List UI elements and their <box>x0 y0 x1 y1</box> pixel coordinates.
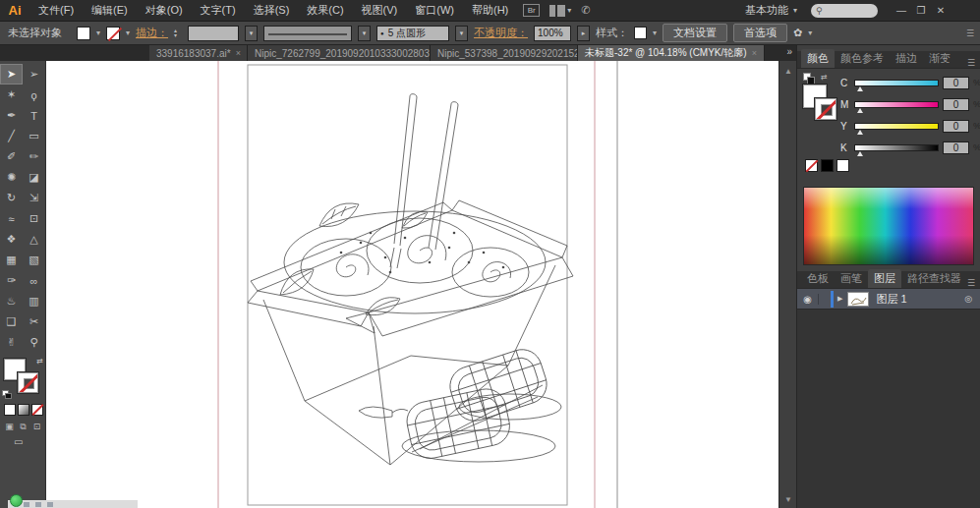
screen-mode-button[interactable]: ▭ <box>14 436 45 447</box>
scroll-down-icon[interactable]: ▼ <box>779 495 797 504</box>
tab-brushes[interactable]: 画笔 <box>835 269 868 288</box>
tab-stroke[interactable]: 描边 <box>890 49 923 68</box>
style-swatch[interactable] <box>634 27 647 39</box>
stroke-width-stepper[interactable]: ▴ ▾ <box>174 28 182 38</box>
white-swatch[interactable] <box>836 159 849 172</box>
tab-close-icon[interactable]: × <box>752 48 757 58</box>
column-graph-tool[interactable]: ▥ <box>23 291 45 311</box>
draw-behind-mode[interactable]: ⧉ <box>17 421 29 432</box>
stroke-swatch-none[interactable] <box>18 372 38 393</box>
pencil-tool[interactable]: ✏ <box>23 146 45 167</box>
menu-object[interactable]: 对象(O) <box>137 0 192 21</box>
blend-tool[interactable]: ∞ <box>23 270 45 291</box>
document-tab[interactable]: 33916183037.ai* × <box>149 45 248 61</box>
artboard-tool[interactable]: ❑ <box>0 311 23 332</box>
magenta-value-field[interactable]: 0 <box>943 98 969 111</box>
menu-window[interactable]: 窗口(W) <box>406 0 463 21</box>
shape-builder-tool[interactable]: ❖ <box>0 229 23 250</box>
vertical-scrollbar[interactable]: ▲ ▼ <box>778 61 796 508</box>
control-panel-menu-icon[interactable]: ☰ <box>966 28 974 38</box>
scroll-up-icon[interactable]: ▲ <box>779 67 797 76</box>
menu-help[interactable]: 帮助(H) <box>463 0 517 21</box>
help-search-box[interactable]: ⚲ <box>811 4 878 18</box>
magic-wand-tool[interactable]: ✶ <box>0 85 23 105</box>
draw-normal-mode[interactable]: ▣ <box>3 421 16 432</box>
type-tool[interactable]: T <box>23 105 45 126</box>
menu-select[interactable]: 选择(S) <box>245 0 299 21</box>
taskbar-app-icon[interactable] <box>35 502 41 507</box>
width-profile-dropdown[interactable] <box>263 26 352 41</box>
visibility-eye-icon[interactable]: ◉ <box>797 294 819 305</box>
mesh-tool[interactable]: ▦ <box>0 250 23 270</box>
draw-inside-mode[interactable]: ⊡ <box>30 421 43 432</box>
hand-tool[interactable]: ✌ <box>0 332 23 353</box>
arrange-documents-button[interactable]: ▾ <box>549 5 571 17</box>
color-spectrum[interactable] <box>803 187 974 265</box>
paintbrush-tool[interactable]: ✐ <box>0 146 23 167</box>
workspace-switcher[interactable]: 基本功能 ▾ <box>745 3 797 18</box>
cs-live-icon[interactable]: ✆ <box>581 4 590 17</box>
tab-color[interactable]: 颜色 <box>801 49 835 68</box>
recolor-artwork-icon[interactable]: ✿ <box>793 27 802 39</box>
opacity-panel-link[interactable]: 不透明度： <box>474 26 528 40</box>
blob-brush-tool[interactable]: ✺ <box>0 167 23 188</box>
close-button[interactable]: ✕ <box>931 5 951 16</box>
chevron-down-icon[interactable]: ▾ <box>653 28 657 37</box>
stroke-width-dropdown[interactable]: ▾ <box>245 26 258 41</box>
tab-layers[interactable]: 图层 <box>868 269 901 288</box>
stroke-color-swatch[interactable] <box>106 27 120 40</box>
magenta-slider[interactable] <box>854 101 939 108</box>
tab-gradient[interactable]: 渐变 <box>923 49 956 68</box>
panel-menu-icon[interactable]: ☰ <box>967 58 980 68</box>
layer-target-icon[interactable]: ◎ <box>964 294 972 304</box>
tab-close-icon[interactable]: × <box>236 48 241 58</box>
lasso-tool[interactable]: ϙ <box>23 85 45 105</box>
brush-definition-dropdown[interactable]: ● 5 点圆形 <box>376 26 449 41</box>
swap-fill-stroke-icon[interactable]: ⇄ <box>821 73 828 82</box>
menu-edit[interactable]: 编辑(E) <box>83 0 137 21</box>
free-transform-tool[interactable]: ⊡ <box>23 208 45 229</box>
layer-name[interactable]: 图层 1 <box>876 292 906 307</box>
layer-row[interactable]: ◉ ▶ 图层 1 ◎ <box>797 289 980 310</box>
stroke-width-field[interactable] <box>188 26 239 41</box>
minimize-button[interactable]: — <box>892 5 911 16</box>
width-profile-arrow[interactable]: ▾ <box>358 26 371 41</box>
perspective-grid-tool[interactable]: △ <box>23 229 45 250</box>
menu-type[interactable]: 文字(T) <box>192 0 245 21</box>
document-setup-button[interactable]: 文档设置 <box>663 24 727 42</box>
scale-tool[interactable]: ⇲ <box>23 188 45 208</box>
rectangle-tool[interactable]: ▭ <box>23 126 45 146</box>
width-tool[interactable]: ≈ <box>0 208 23 229</box>
yellow-slider[interactable] <box>854 123 939 130</box>
search-input[interactable] <box>826 6 873 16</box>
preferences-button[interactable]: 首选项 <box>733 24 787 42</box>
document-tab-active[interactable]: 未标题-32* @ 104.18% (CMYK/轮廓) × <box>578 45 765 61</box>
panel-menu-icon[interactable]: ☰ <box>967 278 980 288</box>
stepper-down-icon[interactable]: ▾ <box>174 33 182 38</box>
chevron-down-icon[interactable]: ▾ <box>808 28 812 37</box>
tab-swatches[interactable]: 色板 <box>801 269 835 288</box>
symbol-sprayer-tool[interactable]: ♨ <box>0 291 23 311</box>
none-button[interactable] <box>31 404 43 416</box>
none-swatch[interactable] <box>805 159 818 172</box>
cyan-value-field[interactable]: 0 <box>943 77 969 89</box>
tab-color-guide[interactable]: 颜色参考 <box>835 49 890 68</box>
rotate-tool[interactable]: ↻ <box>0 188 23 208</box>
default-fill-stroke-icon[interactable] <box>2 390 13 400</box>
chevron-down-icon[interactable]: ▾ <box>96 28 100 37</box>
bridge-icon[interactable]: Br <box>523 4 540 17</box>
black-slider[interactable] <box>854 144 939 151</box>
menu-file[interactable]: 文件(F) <box>29 0 83 21</box>
eyedropper-tool[interactable]: ✑ <box>0 270 23 291</box>
document-tab[interactable]: Nipic_7262799_20190920103330028031.ai* × <box>248 45 431 61</box>
stroke-panel-link[interactable]: 描边： <box>136 26 168 40</box>
tab-overflow-chevron[interactable]: » <box>786 46 792 57</box>
pen-tool[interactable]: ✒ <box>0 105 23 126</box>
brush-definition-arrow[interactable]: ▾ <box>455 26 468 41</box>
layer-thumbnail[interactable] <box>847 292 869 307</box>
yellow-value-field[interactable]: 0 <box>943 120 969 133</box>
expand-triangle-icon[interactable]: ▶ <box>837 295 842 303</box>
canvas[interactable] <box>46 61 778 508</box>
menu-effect[interactable]: 效果(C) <box>298 0 352 21</box>
selection-tool[interactable]: ➤ <box>0 64 23 85</box>
